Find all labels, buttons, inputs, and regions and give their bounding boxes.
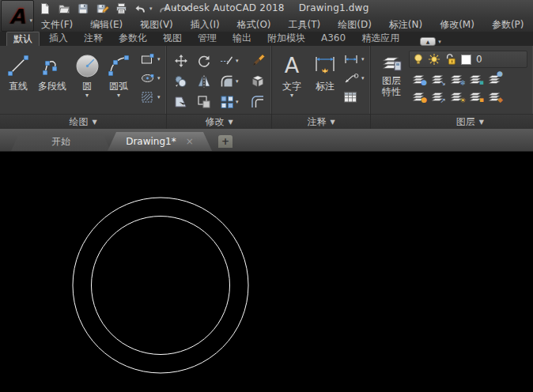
- inner-circle[interactable]: [92, 217, 230, 355]
- layer-tools-grid: ● ↘ ❄ ▪ ● ● ↗ ☀ ▪ ◆: [409, 70, 527, 105]
- rotate-tool-button[interactable]: [197, 54, 220, 68]
- modify-panel-label[interactable]: 修改▼: [167, 114, 271, 129]
- ribbon-tab-parametric[interactable]: 参数化: [112, 32, 153, 46]
- ribbon-tab-insert[interactable]: 插入: [43, 32, 74, 46]
- ribbon-tab-output[interactable]: 输出: [226, 32, 258, 46]
- circle-tool-button[interactable]: 圆 ▾: [72, 46, 102, 114]
- polyline-tool-label: 多段线: [38, 81, 66, 92]
- layer-unlock-icon[interactable]: [445, 53, 456, 66]
- fillet-tool-button[interactable]: ▾: [220, 74, 251, 89]
- layer-thaw-all-button[interactable]: ☀: [449, 90, 463, 103]
- arc-dropdown-icon[interactable]: ▾: [117, 92, 120, 99]
- layer-match-button[interactable]: ●: [487, 73, 501, 85]
- hatch-tool-button[interactable]: ▾: [140, 90, 161, 104]
- layer-delete-button[interactable]: ◆: [487, 90, 501, 103]
- rectangle-dropdown-icon[interactable]: ▾: [157, 56, 161, 62]
- dimension-icon: [313, 51, 337, 80]
- ribbon-minimize-icon[interactable]: ▲: [420, 37, 436, 46]
- layer-on-bulb-icon[interactable]: [414, 53, 423, 66]
- ribbon-minimize-dropdown-icon[interactable]: ▾: [438, 39, 441, 45]
- move-tool-button[interactable]: [174, 54, 197, 68]
- text-tool-button[interactable]: A 文字 ▾: [277, 46, 307, 114]
- model-space: [0, 152, 533, 392]
- layer-unlock-all-icon: ▪: [479, 96, 484, 104]
- leader-dropdown-icon[interactable]: ▾: [361, 75, 365, 81]
- explode-tool-button[interactable]: [251, 74, 274, 89]
- layer-dropdown[interactable]: 0: [409, 51, 527, 68]
- ribbon-tab-addins[interactable]: 附加模块: [261, 32, 312, 46]
- layers-panel-label[interactable]: 图层▼: [371, 114, 533, 129]
- layers-panel: 图层 特性 0 ● ↘ ❄ ▪: [371, 46, 533, 129]
- line-tool-label: 直线: [9, 81, 28, 92]
- stretch-tool-button[interactable]: [174, 95, 197, 109]
- menu-draw[interactable]: 绘图(D): [338, 18, 372, 32]
- menu-insert[interactable]: 插入(I): [191, 18, 220, 32]
- layer-properties-button[interactable]: 图层 特性: [374, 46, 409, 114]
- new-drawing-tab-button[interactable]: +: [218, 135, 232, 148]
- close-tab-icon[interactable]: ×: [186, 136, 194, 147]
- polyline-tool-button[interactable]: 多段线: [32, 46, 72, 114]
- drawing-area[interactable]: [0, 152, 533, 392]
- layer-unlock-all-button[interactable]: ▪: [468, 90, 482, 103]
- draw-panel-label-text: 绘图: [69, 115, 88, 129]
- stretch-icon: [174, 95, 188, 109]
- drawing1-tab[interactable]: Drawing1* ×: [108, 132, 212, 151]
- layer-color-swatch[interactable]: [461, 55, 471, 65]
- start-tab[interactable]: 开始: [11, 132, 111, 151]
- outer-circle[interactable]: [73, 198, 248, 373]
- linear-dimension-button[interactable]: ▾: [343, 52, 365, 66]
- leader-button[interactable]: ▾: [343, 71, 365, 85]
- match-properties-button[interactable]: [251, 54, 274, 68]
- ellipse-tool-button[interactable]: ▾: [140, 71, 161, 85]
- array-dropdown-icon[interactable]: ▾: [236, 99, 239, 105]
- layer-freeze-button[interactable]: ❄: [449, 73, 463, 85]
- menu-file[interactable]: 文件(F): [41, 18, 73, 32]
- fillet-dropdown-icon[interactable]: ▾: [236, 78, 239, 85]
- menu-tools[interactable]: 工具(T): [289, 18, 321, 32]
- menu-edit[interactable]: 编辑(E): [90, 18, 123, 32]
- annotation-panel-label[interactable]: 注释▼: [272, 114, 370, 129]
- menu-view[interactable]: 视图(V): [140, 18, 173, 32]
- draw-panel-label[interactable]: 绘图▼: [0, 114, 166, 129]
- circle-dropdown-icon[interactable]: ▾: [85, 92, 89, 99]
- menu-parametric[interactable]: 参数(P): [492, 18, 524, 32]
- array-tool-button[interactable]: ▾: [220, 95, 251, 109]
- layer-lock-button[interactable]: ▪: [468, 73, 482, 85]
- layer-on-icon: ●: [421, 96, 427, 104]
- offset-tool-button[interactable]: [251, 95, 274, 109]
- logo-dropdown-icon: ▾: [29, 17, 32, 24]
- table-button[interactable]: [343, 90, 365, 104]
- text-dropdown-icon[interactable]: ▾: [290, 92, 293, 99]
- arc-tool-button[interactable]: 圆弧 ▾: [102, 46, 135, 114]
- copy-tool-button[interactable]: [174, 74, 197, 89]
- annotation-panel-label-text: 注释: [307, 115, 326, 129]
- menu-dimension[interactable]: 标注(N): [389, 18, 422, 32]
- trim-tool-button[interactable]: ▾: [220, 54, 251, 68]
- offset-icon: [251, 95, 265, 109]
- ribbon-tab-featured[interactable]: 精选应用: [355, 32, 406, 46]
- ellipse-dropdown-icon[interactable]: ▾: [157, 75, 161, 81]
- ribbon-tab-view[interactable]: 视图: [157, 32, 188, 46]
- menu-modify[interactable]: 修改(M): [440, 18, 474, 32]
- dimension-tool-button[interactable]: 标注: [307, 46, 343, 114]
- trim-dropdown-icon[interactable]: ▾: [236, 58, 239, 64]
- ribbon-tab-home[interactable]: 默认: [6, 32, 40, 46]
- mirror-tool-button[interactable]: [197, 74, 220, 89]
- layer-isolate-button[interactable]: ●: [411, 73, 425, 85]
- layer-make-current-button[interactable]: ↘: [430, 73, 444, 85]
- application-menu-button[interactable]: A ▾: [1, 0, 34, 32]
- rectangle-tool-button[interactable]: ▾: [140, 52, 161, 66]
- ribbon-tab-a360[interactable]: A360: [315, 32, 352, 46]
- scale-tool-button[interactable]: [197, 95, 220, 109]
- hatch-dropdown-icon[interactable]: ▾: [157, 94, 161, 100]
- current-layer-name: 0: [476, 54, 482, 65]
- layer-change-button[interactable]: ↗: [430, 90, 444, 103]
- layer-thaw-sun-icon[interactable]: [428, 53, 440, 66]
- menu-format[interactable]: 格式(O): [237, 18, 271, 32]
- ribbon-tab-manage[interactable]: 管理: [191, 32, 223, 46]
- line-tool-button[interactable]: 直线: [4, 46, 32, 114]
- layer-on-button[interactable]: ●: [411, 90, 425, 103]
- ribbon-tab-annotate[interactable]: 注释: [77, 32, 109, 46]
- linear-dimension-dropdown-icon[interactable]: ▾: [361, 56, 365, 62]
- modify-panel-label-text: 修改: [205, 115, 224, 129]
